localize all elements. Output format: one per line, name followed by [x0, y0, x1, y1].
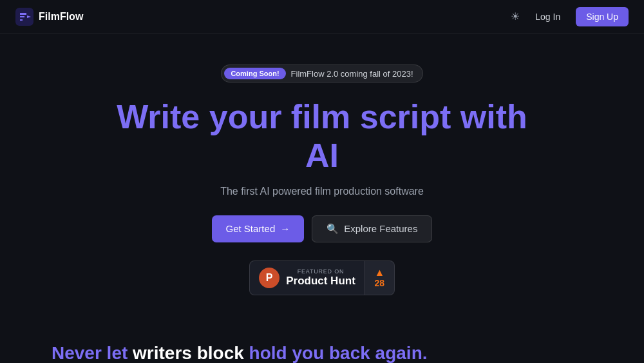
login-button[interactable]: Log In [527, 8, 568, 26]
explore-button[interactable]: 🔍 Explore Features [312, 215, 432, 242]
get-started-button[interactable]: Get Started → [212, 215, 305, 242]
signup-button[interactable]: Sign Up [576, 7, 629, 26]
section-title: Never let writers block hold you back ag… [52, 342, 438, 363]
ph-name: Product Hunt [286, 275, 355, 288]
section-title-highlight: writers block [133, 343, 244, 363]
search-icon: 🔍 [327, 223, 339, 235]
section-title-suffix: hold you back again. [244, 343, 428, 363]
section-title-prefix: Never let [52, 343, 133, 363]
logo-icon [15, 8, 33, 26]
hero-subtitle: The first AI powered film production sof… [220, 186, 424, 197]
about-section: Never let writers block hold you back ag… [0, 316, 489, 363]
theme-icon[interactable]: ☀ [511, 10, 520, 23]
logo: FilmFlow [15, 8, 83, 26]
ph-text: FEATURED ON Product Hunt [286, 268, 355, 288]
ph-featured-label: FEATURED ON [286, 268, 355, 275]
upvote-arrow-icon: ▲ [374, 268, 384, 278]
hero-title: Write your film script with AI [97, 98, 547, 175]
coming-soon-banner: Coming Soon! FilmFlow 2.0 coming fall of… [221, 64, 422, 83]
nav-right: ☀ Log In Sign Up [511, 7, 629, 26]
ph-logo: P [259, 268, 279, 288]
ph-left: P FEATURED ON Product Hunt [250, 261, 365, 295]
coming-soon-message: FilmFlow 2.0 coming fall of 2023! [291, 69, 420, 79]
arrow-right-icon: → [280, 223, 290, 234]
hero-section: Coming Soon! FilmFlow 2.0 coming fall of… [0, 34, 644, 316]
explore-label: Explore Features [344, 223, 417, 234]
hero-buttons: Get Started → 🔍 Explore Features [212, 215, 433, 242]
ph-vote: ▲ 28 [365, 261, 394, 295]
get-started-label: Get Started [226, 223, 276, 234]
ph-count: 28 [375, 278, 385, 288]
logo-text: FilmFlow [39, 11, 83, 23]
coming-soon-badge: Coming Soon! [224, 68, 285, 79]
navbar: FilmFlow ☀ Log In Sign Up [0, 0, 644, 34]
product-hunt-badge[interactable]: P FEATURED ON Product Hunt ▲ 28 [249, 260, 395, 295]
